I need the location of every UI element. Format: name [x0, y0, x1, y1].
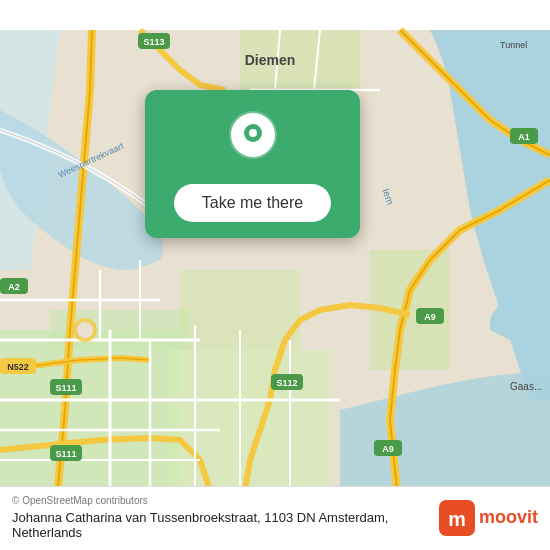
svg-text:Diemen: Diemen [245, 52, 296, 68]
location-card: Take me there [145, 90, 360, 238]
svg-text:A9: A9 [424, 312, 436, 322]
svg-text:Tunnel: Tunnel [500, 40, 527, 50]
map-background: S113 A1 A2 A9 A9 S112 S111 S111 N522 Die… [0, 0, 550, 550]
attribution-text: © OpenStreetMap contributors [12, 495, 392, 506]
moovit-brand-name: moovit [479, 507, 538, 528]
svg-text:Gaas...: Gaas... [510, 381, 542, 392]
svg-text:N522: N522 [7, 362, 29, 372]
svg-text:S113: S113 [143, 37, 164, 47]
svg-point-25 [77, 322, 93, 338]
svg-text:A1: A1 [518, 132, 530, 142]
svg-text:S111: S111 [55, 383, 76, 393]
bottom-info: © OpenStreetMap contributors Johanna Cat… [12, 495, 392, 540]
svg-text:S111: S111 [55, 449, 76, 459]
address-text: Johanna Catharina van Tussenbroekstraat,… [12, 510, 392, 540]
svg-text:m: m [448, 508, 466, 530]
take-me-there-button[interactable]: Take me there [174, 184, 331, 222]
map-container: S113 A1 A2 A9 A9 S112 S111 S111 N522 Die… [0, 0, 550, 550]
moovit-logo: m moovit [439, 500, 538, 536]
svg-point-52 [249, 129, 257, 137]
svg-text:A2: A2 [8, 282, 20, 292]
bottom-bar: © OpenStreetMap contributors Johanna Cat… [0, 486, 550, 550]
svg-text:A9: A9 [382, 444, 394, 454]
moovit-icon: m [439, 500, 475, 536]
svg-text:S112: S112 [276, 378, 297, 388]
location-pin [227, 110, 279, 170]
